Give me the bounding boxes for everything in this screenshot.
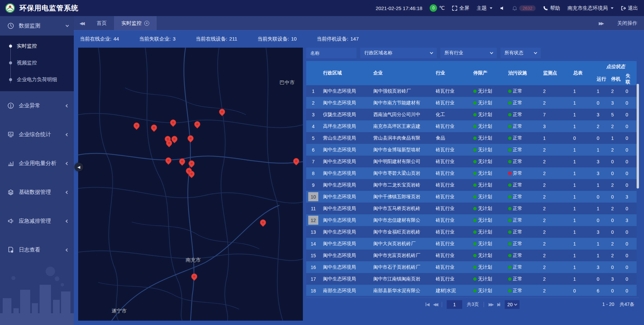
- cell-stop-plan: 无计划: [471, 132, 506, 144]
- cell-total-meter: 1: [571, 144, 595, 156]
- table-row[interactable]: 6 阆中生态环境局 阆中市金博瑞新型墙材 砖瓦行业 无计划 正常 2 1 1 2…: [306, 144, 637, 156]
- sidebar-group-power-analysis[interactable]: 企业用电量分析: [0, 154, 74, 173]
- table-row[interactable]: 4 高坪生态环境局 南充市高坪区王家店建 砖瓦行业 无计划 正常 3 1 2 2…: [306, 120, 637, 132]
- cell-lost-count: 0: [624, 285, 637, 296]
- cell-company: 阆中市金福旺页岩机砖: [371, 226, 434, 238]
- facility-value: 正常: [513, 217, 522, 223]
- cell-lost-count: 0: [624, 226, 637, 238]
- cell-company: 阆中市江南镇阆南页岩: [371, 273, 434, 285]
- col-run: 运行: [595, 73, 609, 85]
- tabs-scroll-left-button[interactable]: ◀◀: [74, 16, 89, 30]
- table-row[interactable]: 9 阆中生态环境局 阆中市二龙长宝页岩砖 砖瓦行业 无计划 正常 2 1 1 2…: [306, 179, 637, 191]
- table-row[interactable]: 12 阆中生态环境局 阆中市忠信建材有限公 砖瓦行业 无计划 正常 2 1 0 …: [306, 214, 637, 226]
- table-row[interactable]: 11 阆中生态环境局 阆中市五马桥页岩机砖 砖瓦行业 无计划 正常 2 1 1 …: [306, 203, 637, 214]
- cell-region: 阆中生态环境局: [321, 191, 371, 203]
- cell-company: 阆中市南方节能建材有: [371, 97, 434, 109]
- row-index: 2: [308, 98, 318, 107]
- facility-value: 异常: [513, 170, 522, 176]
- stop-plan-value: 无计划: [478, 135, 492, 141]
- name-filter-input[interactable]: [306, 48, 357, 58]
- sidebar-group-base-data[interactable]: 基础数据管理: [0, 182, 74, 202]
- layers-icon: [7, 189, 14, 196]
- table-row[interactable]: 15 阆中生态环境局 阆中市光富页岩机砖厂 砖瓦行业 无计划 正常 2 1 1 …: [306, 250, 637, 261]
- page-size-select[interactable]: 20: [505, 300, 520, 309]
- cell-facility: 正常: [506, 238, 541, 250]
- next-page-button[interactable]: ▶▶: [489, 302, 493, 307]
- cell-region: 南部生态环境局: [321, 285, 371, 296]
- cell-total-meter: 1: [571, 191, 595, 203]
- cell-stop-plan: 无计划: [471, 238, 506, 250]
- cell-monitor-count: 2: [541, 273, 571, 285]
- status-dot-green: [473, 90, 477, 93]
- sidebar-group-log-view[interactable]: 日志查看: [0, 240, 74, 260]
- stop-plan-value: 无计划: [478, 182, 492, 187]
- notifications-button[interactable]: 2632: [512, 5, 536, 11]
- row-index: 11: [308, 204, 318, 213]
- cell-stop-count: 2: [609, 85, 624, 97]
- current-page-input[interactable]: 1: [447, 300, 462, 309]
- facility-value: 正常: [513, 123, 522, 129]
- cell-monitor-count: 2: [541, 261, 571, 273]
- row-index: 16: [308, 263, 318, 272]
- facility-value: 正常: [513, 194, 522, 199]
- cell-lost-count: 0: [624, 250, 637, 261]
- tabs-scroll-right-button[interactable]: ▶▶: [593, 21, 608, 26]
- fullscreen-button[interactable]: 全屏: [452, 5, 469, 11]
- tab-home[interactable]: 首页: [89, 16, 114, 30]
- table-row[interactable]: 10 阆中生态环境局 阆中千佛镇五郎垭页岩 砖瓦行业 无计划 正常 2 1 0 …: [306, 191, 637, 203]
- status-dot: [508, 289, 512, 292]
- map-panel[interactable]: 巴中市 南充市 遂宁市: [78, 48, 303, 321]
- table-row[interactable]: 18 南部生态环境局 南部县新华水泥有限公 建材|水泥 无计划 正常 2 0 6…: [306, 285, 637, 296]
- sidebar-collapse-button[interactable]: ◀: [74, 163, 83, 171]
- table-scrollbar[interactable]: [637, 61, 639, 296]
- last-page-button[interactable]: ▶: [497, 302, 500, 307]
- cell-lost-count: 3: [624, 191, 637, 203]
- industry-filter-select[interactable]: 所有行业: [440, 48, 497, 58]
- tab-realtime-monitor[interactable]: 实时监控 ×: [114, 16, 157, 30]
- sidebar-group-label: 基础数据管理: [19, 189, 51, 196]
- table-row[interactable]: 5 营山生态环境局 营山县润丰肉食品有限 食品 无计划 正常 1 0 0 1 0: [306, 132, 637, 144]
- table-row[interactable]: 14 阆中生态环境局 阆中大兴页岩机砖厂 砖瓦行业 无计划 正常 2 1 1 2…: [306, 238, 637, 250]
- status-filter-select[interactable]: 所有状态: [500, 48, 541, 58]
- sidebar-group-data-monitor[interactable]: 数据监测: [0, 16, 74, 36]
- sidebar-group-enterprise-abnormal[interactable]: 企业异常: [0, 96, 74, 115]
- caret-down-icon: [611, 7, 613, 9]
- table-row[interactable]: 17 阆中生态环境局 阆中市江南镇阆南页岩 砖瓦行业 无计划 正常 2 1 0 …: [306, 273, 637, 285]
- cell-facility: 正常: [506, 97, 541, 109]
- cell-facility: 正常: [506, 285, 541, 296]
- row-index: 15: [308, 251, 318, 260]
- cell-total-meter: 1: [571, 120, 595, 132]
- prev-page-button[interactable]: ◀◀: [433, 302, 437, 307]
- cell-region: 仪陇生态环境局: [321, 109, 371, 120]
- region-filter-select[interactable]: 行政区域名称: [360, 48, 437, 58]
- first-page-button[interactable]: ◀: [426, 302, 428, 307]
- sidebar-item-power-load-detail[interactable]: 企业电力负荷明细: [0, 71, 74, 88]
- sidebar-item-realtime-monitor[interactable]: 实时监控: [0, 38, 74, 54]
- sidebar-group-emergency-reduction[interactable]: 应急减排管理: [0, 211, 74, 231]
- stop-plan-value: 无计划: [478, 112, 492, 117]
- table-row[interactable]: 2 阆中生态环境局 阆中市南方节能建材有 砖瓦行业 无计划 正常 2 1 0 3…: [306, 97, 637, 109]
- user-org-menu[interactable]: 南充市生态环境局: [568, 5, 613, 11]
- cell-run-count: 1: [595, 203, 609, 214]
- mute-button[interactable]: [500, 6, 505, 11]
- help-button[interactable]: 帮助: [543, 5, 560, 11]
- theme-button[interactable]: 主题: [477, 5, 492, 11]
- app-title: 环保用电监管系统: [19, 3, 78, 13]
- table-row[interactable]: 13 阆中生态环境局 阆中市金福旺页岩机砖 砖瓦行业 无计划 正常 2 1 3 …: [306, 226, 637, 238]
- table-row[interactable]: 8 阆中生态环境局 阆中市枣碧大梁山页岩 砖瓦行业 无计划 异常 2 1 3 0…: [306, 167, 637, 179]
- tab-close-icon[interactable]: ×: [144, 21, 149, 26]
- sidebar-item-video-monitor[interactable]: 视频监控: [0, 54, 74, 71]
- cell-company: 阆中大兴页岩机砖厂: [371, 238, 434, 250]
- app-logo-icon: [5, 3, 15, 13]
- scrollbar-thumb[interactable]: [637, 84, 639, 188]
- table-row[interactable]: 1 阆中生态环境局 阆中强锐页岩砖厂 砖瓦行业 无计划 正常 2 1 1 2 0: [306, 85, 637, 97]
- table-row[interactable]: 3 仪陇生态环境局 西南油气田分公司川中 化工 无计划 正常 7 1 3 5 0: [306, 109, 637, 120]
- phone-icon: [543, 6, 548, 11]
- table-row[interactable]: 7 阆中生态环境局 阆中明阳建材有限公司 砖瓦行业 无计划 正常 2 1 3 0…: [306, 156, 637, 167]
- sidebar-group-enterprise-stats[interactable]: 企业综合统计: [0, 125, 74, 144]
- table-row[interactable]: 16 阆中生态环境局 阆中市石子页岩机砖厂 砖瓦行业 无计划 正常 2 1 3 …: [306, 261, 637, 273]
- stat-lost-companies: 当前失联企业:3: [139, 36, 176, 42]
- close-operations-button[interactable]: 关闭操作: [617, 20, 637, 26]
- cell-industry: 化工: [434, 109, 471, 120]
- logout-button[interactable]: 退出: [621, 5, 638, 11]
